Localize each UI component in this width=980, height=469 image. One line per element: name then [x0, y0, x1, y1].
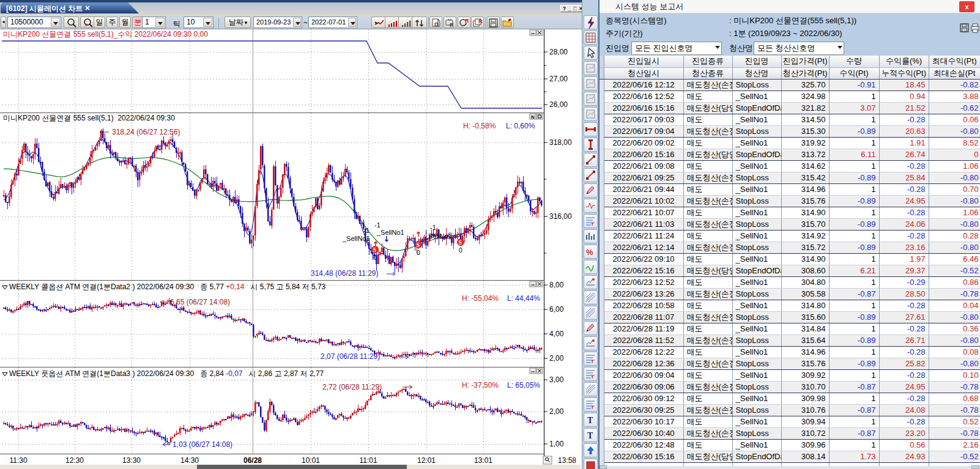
svg-text:11:01: 11:01 [359, 456, 377, 465]
svg-text:미니KP200 선물연결 555 sell(5,1)_수익: 미니KP200 선물연결 555 sell(5,1)_수익 2022/06/24… [3, 30, 208, 39]
svg-text:f: f [592, 405, 593, 410]
svg-text:26,00: 26,00 [549, 100, 568, 109]
svg-text:318,00: 318,00 [549, 138, 572, 147]
svg-text:_SellNo1: _SellNo1 [424, 232, 452, 240]
svg-text:-1: -1 [374, 221, 380, 229]
svg-text:-1: -1 [430, 224, 436, 231]
svg-text:11:30: 11:30 [9, 456, 27, 465]
svg-text:f: f [592, 374, 593, 380]
svg-text:T: T [587, 431, 593, 440]
svg-text:S: S [417, 242, 420, 248]
svg-text:8,00: 8,00 [549, 281, 564, 289]
svg-text:R: R [478, 18, 483, 24]
svg-text:f: f [592, 359, 593, 364]
svg-text:0: 0 [373, 254, 377, 261]
svg-text:WEEKLY 풋옵션 ATM 연결(1분Data3 ) 20: WEEKLY 풋옵션 ATM 연결(1분Data3 ) 2022/06/24 0… [9, 369, 324, 378]
svg-text:L: 65,05%: L: 65,05% [507, 381, 540, 390]
svg-text:S: S [373, 246, 377, 253]
svg-text:f: f [592, 221, 593, 227]
svg-text:12:30: 12:30 [65, 456, 84, 465]
svg-text:10:01: 10:01 [302, 456, 320, 465]
svg-text:H: -0,58%: H: -0,58% [463, 122, 496, 130]
svg-text:2,00: 2,00 [549, 407, 564, 416]
svg-text:%: % [586, 248, 593, 257]
svg-text:1,00: 1,00 [549, 440, 564, 448]
svg-text:WEEKLY 콜옵션 ATM 연결(1분Data2 ) 20: WEEKLY 콜옵션 ATM 연결(1분Data2 ) 2022/06/24 0… [9, 283, 326, 291]
svg-text:-1: -1 [363, 227, 369, 234]
svg-text:4,00: 4,00 [549, 330, 564, 338]
svg-text:318,24 (06/27 12:56): 318,24 (06/27 12:56) [112, 128, 180, 136]
svg-text:2,07 (06/28 11:29): 2,07 (06/28 11:29) [321, 352, 380, 361]
svg-text:316,00: 316,00 [549, 212, 572, 221]
svg-text:N: N [531, 114, 535, 120]
svg-text:28,00: 28,00 [549, 48, 568, 56]
svg-text:12:01: 12:01 [417, 456, 436, 465]
svg-text:14:30: 14:30 [180, 456, 199, 465]
svg-text:T: T [587, 416, 593, 425]
svg-text:6,00: 6,00 [549, 305, 564, 314]
svg-text:_SellNo1: _SellNo1 [376, 229, 404, 236]
svg-text:R: R [465, 18, 469, 24]
svg-text:L: 0,60%: L: 0,60% [506, 122, 535, 130]
svg-text:13:58: 13:58 [558, 456, 576, 465]
svg-text:13:30: 13:30 [122, 456, 141, 465]
svg-text:27,00: 27,00 [549, 75, 568, 83]
svg-text:13:01: 13:01 [474, 456, 492, 465]
svg-text:06/28: 06/28 [243, 456, 262, 465]
svg-text:_SellNo1: _SellNo1 [342, 235, 370, 242]
svg-text:1,03 (06/27 14:08): 1,03 (06/27 14:08) [173, 440, 232, 449]
svg-text:H: -37,50%: H: -37,50% [462, 381, 499, 390]
svg-text:314,48 (06/28 11:29): 314,48 (06/28 11:29) [311, 269, 379, 278]
svg-text:S: S [459, 239, 462, 246]
svg-text:L: 44,44%: L: 44,44% [507, 294, 540, 303]
svg-text:0: 0 [459, 246, 462, 254]
svg-text:미니KP200 선물연결 555 sell(5,1) 20: 미니KP200 선물연결 555 sell(5,1) 2022/06/24 09… [3, 114, 175, 122]
svg-text:2,72 (06/28 11:29): 2,72 (06/28 11:29) [322, 383, 382, 391]
svg-text:6,65 (06/27 14:08): 6,65 (06/27 14:08) [170, 298, 230, 306]
svg-text:D: D [434, 21, 439, 28]
svg-text:3,00: 3,00 [549, 375, 564, 384]
svg-text:R: R [450, 22, 454, 28]
svg-text:H: -55,04%: H: -55,04% [462, 294, 499, 303]
svg-text:0: 0 [417, 249, 420, 256]
svg-text:2,00: 2,00 [549, 354, 564, 363]
